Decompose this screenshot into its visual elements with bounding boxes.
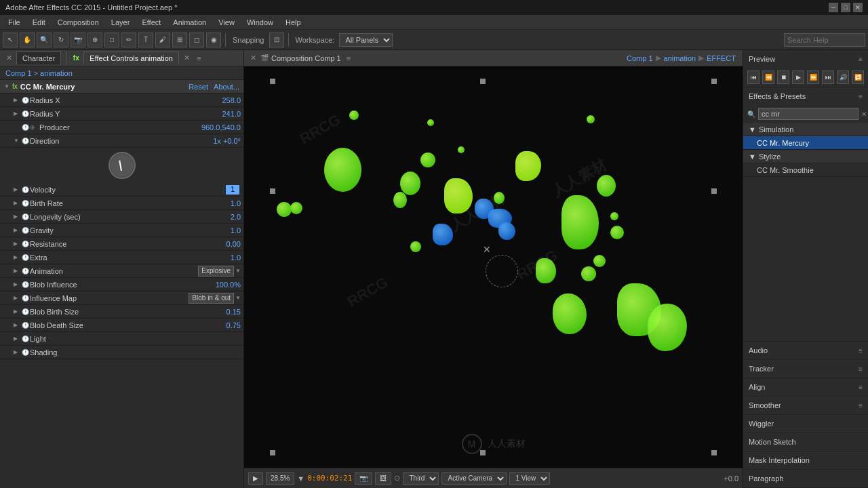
effect-tab-close[interactable]: ✕ — [182, 54, 191, 63]
audio-header[interactable]: Audio ≡ — [743, 342, 868, 359]
tool-pen[interactable]: ✏ — [121, 33, 136, 47]
restore-button[interactable]: □ — [841, 3, 850, 12]
stopwatch-shading[interactable]: 🕐 — [22, 349, 30, 356]
handle-tr[interactable] — [711, 79, 717, 84]
expand-lon[interactable]: ▶ — [14, 214, 22, 220]
audio-menu[interactable]: ≡ — [859, 347, 863, 354]
handle-br[interactable] — [711, 450, 717, 455]
tool-roto[interactable]: ◉ — [206, 33, 221, 47]
prev-last-btn[interactable]: ⏭ — [822, 70, 834, 84]
velocity-input[interactable] — [226, 185, 239, 195]
influence-map-btn[interactable]: Blob in & out — [189, 293, 234, 304]
snapshot-btn[interactable]: 📷 — [355, 472, 372, 485]
influence-map-arrow[interactable]: ▼ — [235, 295, 241, 301]
expand-im[interactable]: ▶ — [14, 295, 22, 301]
handle-tc[interactable] — [480, 79, 486, 84]
expand-ry[interactable]: ▶ — [14, 110, 22, 117]
preview-menu[interactable]: ≡ — [859, 56, 863, 63]
tool-eraser[interactable]: ◻ — [189, 33, 204, 47]
expand-dir[interactable]: ▼ — [14, 138, 22, 144]
tool-anchor[interactable]: ⊕ — [87, 33, 102, 47]
tool-text[interactable]: T — [138, 33, 153, 47]
menu-animation[interactable]: Animation — [167, 17, 212, 28]
expand-anim[interactable]: ▶ — [14, 268, 22, 274]
stopwatch-bi[interactable]: 🕐 — [22, 281, 30, 288]
paragraph-header[interactable]: Paragraph — [743, 470, 868, 487]
expand-br[interactable]: ▶ — [14, 200, 22, 206]
stopwatch-rx[interactable]: 🕐 — [22, 97, 30, 104]
stopwatch-lon[interactable]: 🕐 — [22, 214, 30, 220]
expand-rx[interactable]: ▶ — [14, 97, 22, 103]
animation-dropdown[interactable]: Explosive ▼ — [198, 266, 241, 277]
show-snapshot-btn[interactable]: 🖼 — [375, 472, 391, 485]
tool-hand[interactable]: ✋ — [20, 33, 35, 47]
stopwatch-im[interactable]: 🕐 — [22, 295, 30, 302]
prev-fwd-btn[interactable]: ⏩ — [807, 70, 819, 84]
stopwatch-br[interactable]: 🕐 — [22, 200, 30, 207]
tool-clone[interactable]: ⊞ — [172, 33, 187, 47]
menu-edit[interactable]: Edit — [27, 17, 51, 28]
tracker-header[interactable]: Tracker ≡ — [743, 360, 868, 378]
wiggler-header[interactable]: Wiggler — [743, 415, 868, 432]
stopwatch-res[interactable]: 🕐 — [22, 241, 30, 247]
comp-close[interactable]: ✕ — [248, 54, 258, 63]
simulation-header[interactable]: ▼ Simulation — [743, 123, 868, 136]
stopwatch-anim[interactable]: 🕐 — [22, 268, 30, 274]
breadcrumb-animation[interactable]: animation — [664, 54, 696, 62]
effect-cc-mr-mercury[interactable]: CC Mr. Mercury — [743, 136, 868, 150]
stopwatch-dir[interactable]: 🕐 — [22, 138, 30, 144]
stylize-header[interactable]: ▼ Stylize — [743, 150, 868, 163]
about-btn[interactable]: About... — [214, 83, 239, 91]
panel-menu-btn[interactable]: ≡ — [197, 54, 201, 62]
animation-dropdown-arrow[interactable]: ▼ — [235, 268, 241, 274]
breadcrumb-effect[interactable]: EFFECT — [707, 54, 736, 62]
prev-back-btn[interactable]: ⏪ — [762, 70, 774, 84]
expand-res[interactable]: ▶ — [14, 241, 22, 247]
camera-select[interactable]: Active Camera — [441, 472, 507, 485]
tab-effect-controls[interactable]: Effect Controls animation — [83, 52, 179, 64]
breadcrumb-comp1[interactable]: Comp 1 — [627, 54, 653, 62]
workspace-select[interactable]: All Panels — [339, 33, 393, 47]
influence-map-dropdown[interactable]: Blob in & out ▼ — [189, 293, 241, 304]
compass-widget[interactable] — [108, 152, 136, 179]
expand-bi[interactable]: ▶ — [14, 281, 22, 287]
animation-dropdown-btn[interactable]: Explosive — [198, 266, 234, 277]
align-header[interactable]: Align ≡ — [743, 378, 868, 396]
effects-search-input[interactable] — [758, 108, 859, 120]
expand-bbs[interactable]: ▶ — [14, 308, 22, 314]
mask-interp-header[interactable]: Mask Interpolation — [743, 451, 868, 469]
view-select[interactable]: Third — [403, 472, 439, 485]
comp-menu[interactable]: ≡ — [347, 54, 351, 62]
stopwatch-prod[interactable]: 🕐 — [22, 124, 30, 131]
view-count-select[interactable]: 1 View — [509, 472, 550, 485]
handle-mr[interactable] — [711, 188, 717, 194]
tracker-menu[interactable]: ≡ — [859, 365, 863, 373]
zoom-btn[interactable]: 28.5% — [266, 472, 294, 485]
comp-time-display[interactable]: 0:00:02:21 — [307, 474, 352, 483]
smoother-menu[interactable]: ≡ — [859, 402, 863, 409]
stopwatch-light[interactable]: 🕐 — [22, 336, 30, 342]
prev-loop-btn[interactable]: 🔁 — [852, 70, 864, 84]
expand-vel[interactable]: ▶ — [14, 186, 22, 192]
stopwatch-bds[interactable]: 🕐 — [22, 322, 30, 329]
snapping-magnet[interactable]: ⊡ — [269, 33, 284, 47]
handle-bl[interactable] — [270, 450, 275, 455]
align-menu[interactable]: ≡ — [859, 384, 863, 391]
tool-zoom[interactable]: 🔍 — [37, 33, 52, 47]
expand-ext[interactable]: ▶ — [14, 254, 22, 260]
effects-search-clear[interactable]: ✕ — [861, 110, 867, 118]
tool-brush[interactable]: 🖌 — [155, 33, 170, 47]
prev-audio-btn[interactable]: 🔊 — [837, 70, 849, 84]
tab-character[interactable]: Character — [16, 52, 61, 64]
stopwatch-vel[interactable]: 🕐 — [22, 186, 30, 193]
handle-tl[interactable] — [270, 79, 275, 84]
prev-stop-btn[interactable]: ⏹ — [777, 70, 789, 84]
expand-shading[interactable]: ▶ — [14, 349, 22, 355]
effects-menu[interactable]: ≡ — [859, 93, 863, 100]
stopwatch-bbs[interactable]: 🕐 — [22, 308, 30, 315]
tool-rect[interactable]: □ — [104, 33, 119, 47]
menu-window[interactable]: Window — [241, 17, 279, 28]
expand-light[interactable]: ▶ — [14, 336, 22, 342]
stopwatch-ry[interactable]: 🕐 — [22, 110, 30, 117]
menu-view[interactable]: View — [213, 17, 240, 28]
